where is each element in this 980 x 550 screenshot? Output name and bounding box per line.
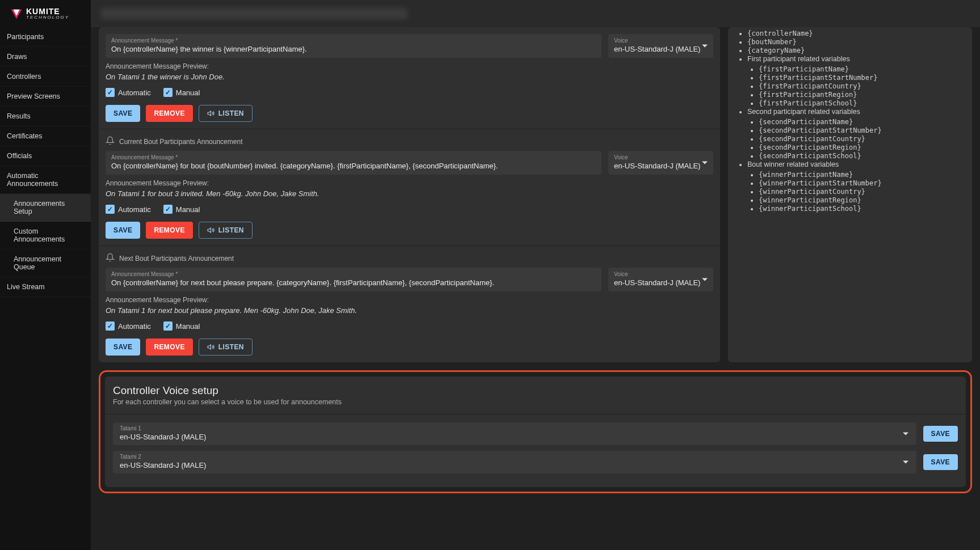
announcement-message-value: On {controllerName} for bout {boutNumber… — [111, 162, 596, 170]
announcement-message-input[interactable]: Announcement Message *On {controllerName… — [106, 34, 602, 58]
variable-token: {categoryName} — [747, 46, 964, 54]
announcement-title: Current Bout Participants Announcement — [119, 138, 242, 146]
save-button[interactable]: SAVE — [106, 222, 140, 239]
brand-name: KUMITE — [26, 7, 69, 15]
variable-token: {firstParticipantName} — [759, 65, 964, 73]
logo-icon — [10, 7, 23, 20]
controller-label: Tatami 2 — [120, 454, 910, 460]
voice-select[interactable]: Voiceen-US-Standard-J (MALE) — [608, 268, 713, 291]
sidebar-item-custom-announcements[interactable]: Custom Announcements — [0, 222, 91, 249]
controller-voice-save-button[interactable]: SAVE — [923, 454, 958, 470]
checkbox-checked-icon: ✓ — [106, 321, 115, 331]
automatic-label: Automatic — [118, 322, 151, 331]
controller-voice-value: en-US-Standard-J (MALE) — [120, 433, 910, 441]
sidebar-item-live-stream[interactable]: Live Stream — [0, 277, 91, 297]
listen-button[interactable]: LISTEN — [199, 339, 253, 356]
variable-token: {winnerParticipantCountry} — [759, 188, 964, 196]
chevron-down-icon — [702, 278, 708, 281]
automatic-checkbox[interactable]: ✓Automatic — [106, 205, 151, 214]
controller-voice-select[interactable]: Tatami 1en-US-Standard-J (MALE) — [113, 422, 916, 445]
field-label: Announcement Message * — [111, 37, 596, 44]
variable-token: {winnerParticipantName} — [759, 171, 964, 179]
controller-voice-value: en-US-Standard-J (MALE) — [120, 461, 910, 469]
sidebar-item-officials[interactable]: Officials — [0, 146, 91, 166]
automatic-checkbox[interactable]: ✓Automatic — [106, 88, 151, 97]
voice-value: en-US-Standard-J (MALE) — [614, 162, 708, 170]
svg-marker-4 — [208, 345, 211, 349]
announcement-message-value: On {controllerName} for next bout please… — [111, 278, 596, 287]
sidebar-item-announcements-setup[interactable]: Announcements Setup — [0, 194, 91, 222]
checkbox-checked-icon: ✓ — [163, 88, 173, 97]
voice-select[interactable]: Voiceen-US-Standard-J (MALE) — [608, 34, 713, 58]
preview-text: On Tatami 1 for bout 3 invited. Men -60k… — [106, 189, 713, 198]
brand-logo: KUMITE TECHNOLOGY — [0, 0, 91, 27]
manual-label: Manual — [176, 322, 200, 331]
preview-label: Announcement Message Preview: — [106, 179, 713, 187]
checkbox-checked-icon: ✓ — [163, 205, 173, 214]
announcement-title: Next Bout Participants Announcement — [119, 255, 234, 263]
sidebar-item-automatic-announcements[interactable]: Automatic Announcements — [0, 166, 91, 194]
controller-voice-select[interactable]: Tatami 2en-US-Standard-J (MALE) — [113, 451, 916, 473]
sidebar-item-results[interactable]: Results — [0, 107, 91, 126]
controller-voice-save-button[interactable]: SAVE — [923, 426, 958, 442]
automatic-label: Automatic — [118, 88, 151, 97]
field-label: Voice — [614, 37, 708, 44]
variable-group-title: Second participant related variables{sec… — [747, 108, 964, 160]
remove-button[interactable]: REMOVE — [146, 105, 192, 122]
sidebar-item-announcement-queue[interactable]: Announcement Queue — [0, 249, 91, 277]
field-label: Voice — [614, 271, 708, 277]
listen-button[interactable]: LISTEN — [199, 105, 253, 122]
sidebar-item-certificates[interactable]: Certificates — [0, 126, 91, 146]
bell-icon — [106, 253, 115, 264]
chevron-down-icon — [903, 461, 909, 464]
save-button[interactable]: SAVE — [106, 105, 140, 122]
field-label: Announcement Message * — [111, 271, 596, 277]
chevron-down-icon — [903, 433, 909, 435]
variable-token: {firstParticipantSchool} — [759, 99, 964, 107]
preview-text: On Tatami 1 for next bout please prepare… — [106, 306, 713, 315]
variable-token: {winnerParticipantStartNumber} — [759, 179, 964, 187]
save-button[interactable]: SAVE — [106, 339, 140, 356]
variable-token: {boutNumber} — [747, 38, 964, 46]
variable-token: {firstParticipantCountry} — [759, 82, 964, 90]
checkbox-checked-icon: ✓ — [163, 321, 173, 331]
chevron-down-icon — [702, 162, 708, 164]
checkbox-checked-icon: ✓ — [106, 205, 115, 214]
manual-checkbox[interactable]: ✓Manual — [163, 88, 200, 97]
remove-button[interactable]: REMOVE — [146, 339, 192, 356]
controller-voice-row-0: Tatami 1en-US-Standard-J (MALE)SAVE — [113, 422, 958, 445]
field-label: Voice — [614, 154, 708, 160]
listen-button[interactable]: LISTEN — [199, 222, 253, 239]
variable-token: {secondParticipantStartNumber} — [759, 126, 964, 134]
sidebar-item-preview-screens[interactable]: Preview Screens — [0, 87, 91, 107]
preview-label: Announcement Message Preview: — [106, 62, 713, 70]
brand-sub: TECHNOLOGY — [26, 15, 69, 20]
topbar — [91, 0, 980, 27]
sidebar: KUMITE TECHNOLOGY ParticipantsDrawsContr… — [0, 0, 91, 550]
remove-button[interactable]: REMOVE — [146, 222, 192, 239]
controller-voice-highlight: Controller Voice setup For each controll… — [99, 370, 972, 493]
manual-label: Manual — [176, 88, 200, 97]
manual-checkbox[interactable]: ✓Manual — [163, 205, 200, 214]
controller-voice-subtitle: For each controller you can select a voi… — [113, 398, 958, 406]
variable-token: {secondParticipantRegion} — [759, 143, 964, 151]
automatic-label: Automatic — [118, 205, 151, 214]
announcement-block-1: Current Bout Participants AnnouncementAn… — [99, 129, 720, 246]
variable-group-title: Bout winner related variables{winnerPart… — [747, 160, 964, 213]
automatic-checkbox[interactable]: ✓Automatic — [106, 321, 151, 331]
variable-token: {winnerParticipantSchool} — [759, 205, 964, 213]
sidebar-item-participants[interactable]: Participants — [0, 27, 91, 47]
announcement-message-input[interactable]: Announcement Message *On {controllerName… — [106, 151, 602, 175]
variable-token: {controllerName} — [747, 29, 964, 37]
manual-checkbox[interactable]: ✓Manual — [163, 321, 200, 331]
voice-select[interactable]: Voiceen-US-Standard-J (MALE) — [608, 151, 713, 175]
controller-label: Tatami 1 — [120, 425, 910, 431]
announcement-message-input[interactable]: Announcement Message *On {controllerName… — [106, 268, 602, 291]
chevron-down-icon — [702, 45, 708, 48]
svg-marker-2 — [208, 111, 211, 116]
checkbox-checked-icon: ✓ — [106, 88, 115, 97]
variable-token: {firstParticipantRegion} — [759, 91, 964, 99]
preview-text: On Tatami 1 the winner is John Doe. — [106, 73, 713, 81]
sidebar-item-controllers[interactable]: Controllers — [0, 67, 91, 87]
sidebar-item-draws[interactable]: Draws — [0, 47, 91, 67]
